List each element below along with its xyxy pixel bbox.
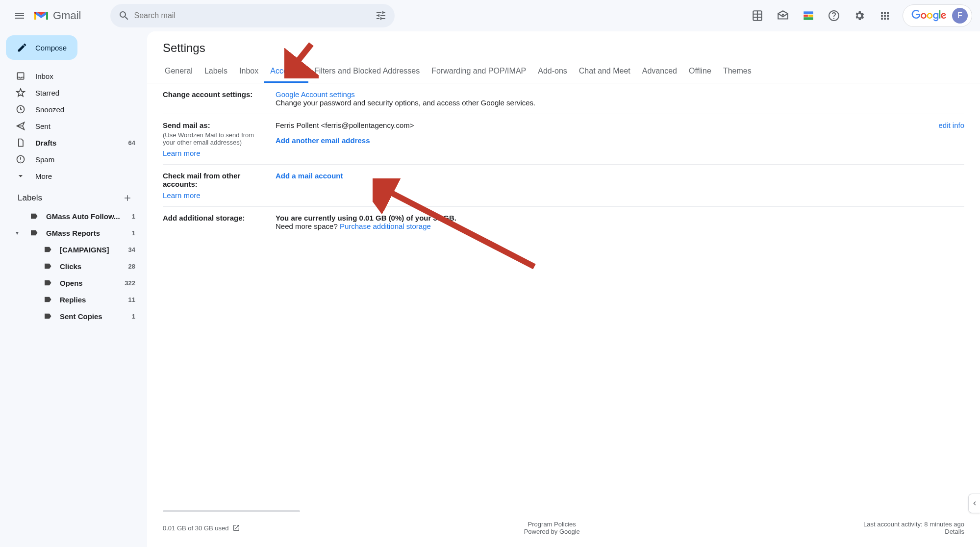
svg-point-1 [782, 14, 784, 16]
purchase-storage-link[interactable]: Purchase additional storage [340, 222, 431, 230]
check-mail-title: Check mail from other accounts: [163, 172, 240, 188]
details-link[interactable]: Details [863, 528, 964, 535]
help-icon [828, 10, 840, 22]
compose-label: Compose [35, 44, 67, 52]
hamburger-icon [14, 10, 25, 22]
side-panel-toggle[interactable] [968, 494, 980, 513]
label-text: GMass Auto Follow... [46, 212, 124, 221]
gmail-icon [33, 10, 49, 22]
tab-filters-and-blocked-addresses[interactable]: Filters and Blocked Addresses [308, 63, 426, 83]
label-tag-icon [29, 212, 38, 221]
label-item[interactable]: Clicks28 [6, 258, 143, 274]
compose-button[interactable]: Compose [6, 35, 77, 60]
nav-label: More [35, 172, 126, 180]
send-as-identity: Ferris Pollent <ferris@pollentagency.com… [276, 121, 414, 129]
addon-gmass-button[interactable] [797, 4, 820, 27]
nav-item-spam[interactable]: Spam [6, 151, 143, 168]
addon-sheets-button[interactable] [746, 4, 769, 27]
google-account-settings-link[interactable]: Google Account settings [276, 90, 355, 99]
main-layout: Compose InboxStarredSnoozedSentDrafts64S… [0, 31, 980, 547]
svg-rect-4 [808, 15, 813, 17]
labels-header: Labels [6, 184, 143, 208]
svg-rect-3 [804, 15, 808, 17]
label-count: 1 [132, 213, 135, 220]
search-bar[interactable] [110, 4, 395, 27]
add-mail-account-link[interactable]: Add a mail account [276, 172, 343, 180]
label-count: 34 [128, 246, 135, 253]
external-link-icon[interactable] [232, 524, 240, 532]
nav-item-inbox[interactable]: Inbox [6, 68, 143, 84]
inbox-icon [16, 71, 25, 81]
edit-info-link[interactable]: edit info [938, 121, 964, 129]
send-as-learn-more[interactable]: Learn more [163, 149, 201, 157]
nav-item-snoozed[interactable]: Snoozed [6, 101, 143, 118]
label-tag-icon [43, 312, 52, 321]
settings-title: Settings [147, 41, 980, 63]
tab-chat-and-meet[interactable]: Chat and Meet [573, 63, 636, 83]
gmail-logo[interactable]: Gmail [31, 9, 81, 22]
tune-icon [375, 10, 387, 22]
tab-general[interactable]: General [159, 63, 199, 83]
search-input[interactable] [134, 11, 371, 20]
label-item[interactable]: Opens322 [6, 274, 143, 291]
tab-add-ons[interactable]: Add-ons [532, 63, 573, 83]
label-count: 322 [125, 279, 135, 287]
label-tag-icon [43, 262, 52, 271]
main-menu-button[interactable] [8, 4, 31, 27]
sheets-icon [751, 9, 764, 22]
label-count: 1 [132, 229, 135, 237]
last-activity: Last account activity: 8 minutes ago [863, 521, 964, 528]
pencil-icon [17, 42, 27, 53]
tab-accounts[interactable]: Accounts [264, 63, 308, 83]
label-tag-icon [29, 228, 38, 237]
label-item[interactable]: [CAMPAIGNS]34 [6, 241, 143, 258]
support-button[interactable] [822, 4, 846, 27]
nav-item-starred[interactable]: Starred [6, 84, 143, 101]
send-as-sub: (Use Wordzen Mail to send from your othe… [163, 131, 266, 146]
storage-need: Need more space? [276, 222, 340, 230]
search-options-button[interactable] [371, 6, 391, 25]
nav-label: Spam [35, 155, 126, 164]
storage-title: Add additional storage: [163, 214, 245, 222]
tab-advanced[interactable]: Advanced [636, 63, 683, 83]
tab-offline[interactable]: Offline [683, 63, 717, 83]
label-text: [CAMPAIGNS] [60, 246, 121, 254]
footer: 0.01 GB of 30 GB used Program Policies P… [147, 512, 980, 547]
change-account-desc: Change your password and security option… [276, 99, 535, 107]
nav-item-drafts[interactable]: Drafts64 [6, 134, 143, 151]
svg-rect-5 [804, 17, 813, 20]
nav-item-more[interactable]: More [6, 168, 143, 184]
label-text: Sent Copies [60, 312, 124, 321]
google-account[interactable]: F [903, 4, 972, 27]
chevron-left-icon [971, 499, 979, 507]
add-label-button[interactable] [120, 190, 135, 206]
change-account-row: Change account settings: Google Account … [163, 83, 964, 114]
tab-inbox[interactable]: Inbox [233, 63, 264, 83]
check-mail-learn-more[interactable]: Learn more [163, 191, 201, 199]
header: Gmail F [0, 0, 980, 31]
nav-label: Inbox [35, 72, 126, 80]
label-item[interactable]: ▾GMass Reports1 [6, 224, 143, 241]
tab-themes[interactable]: Themes [717, 63, 757, 83]
change-account-title: Change account settings: [163, 90, 252, 99]
storage-row: Add additional storage: You are currentl… [163, 207, 964, 237]
storage-usage: You are currently using 0.01 GB (0%) of … [276, 214, 456, 222]
label-item[interactable]: Sent Copies1 [6, 308, 143, 324]
apps-button[interactable] [873, 4, 897, 27]
label-item[interactable]: Replies11 [6, 291, 143, 308]
settings-tabs: GeneralLabelsInboxAccountsFilters and Bl… [147, 63, 980, 83]
add-email-link[interactable]: Add another email address [276, 136, 370, 145]
label-item[interactable]: GMass Auto Follow...1 [6, 208, 143, 224]
nav-item-sent[interactable]: Sent [6, 118, 143, 134]
more-icon [16, 171, 25, 181]
send-icon [16, 121, 25, 131]
nav-label: Sent [35, 122, 126, 130]
avatar[interactable]: F [952, 8, 968, 24]
program-policies-link[interactable]: Program Policies [524, 521, 580, 528]
tab-forwarding-and-pop-imap[interactable]: Forwarding and POP/IMAP [426, 63, 532, 83]
label-tag-icon [43, 295, 52, 304]
addon-mail-button[interactable] [771, 4, 795, 27]
tab-labels[interactable]: Labels [199, 63, 233, 83]
label-text: Replies [60, 296, 121, 304]
settings-button[interactable] [848, 4, 871, 27]
